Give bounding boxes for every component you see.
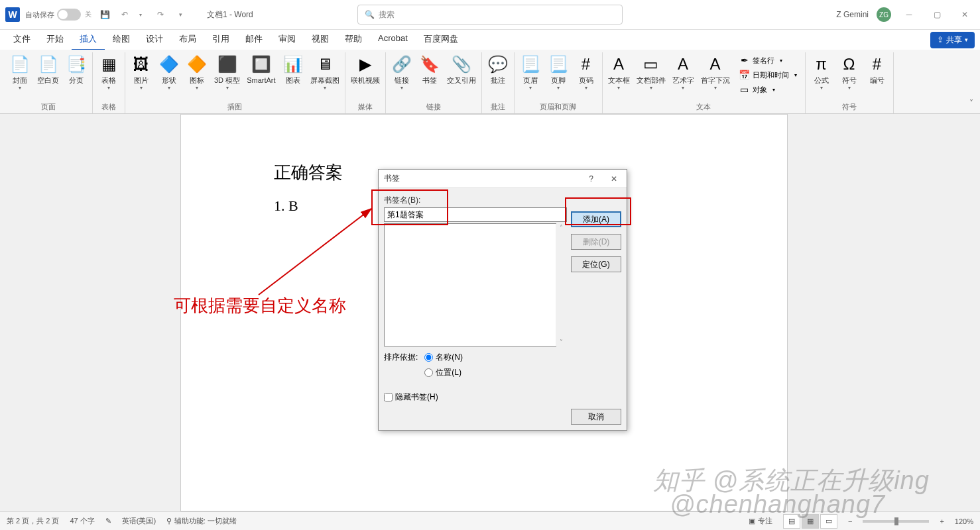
ribbon-公式-button[interactable]: π公式▾ [808,52,835,92]
ribbon-collapse-icon[interactable]: ˅ [969,99,973,108]
ribbon-页码-button[interactable]: #页码▾ [573,52,599,92]
annotation-text: 可根据需要自定义名称 [174,294,346,317]
ribbon-书签-button[interactable]: 🔖书签 [416,52,443,86]
cancel-button[interactable]: 取消 [571,409,621,425]
ribbon-页眉-button[interactable]: 📃页眉▾ [517,52,544,92]
tab-文件[interactable]: 文件 [5,29,38,51]
ribbon-日期和时间-button[interactable]: 📅日期和时间▾ [737,68,800,81]
tab-邮件[interactable]: 邮件 [237,29,271,51]
ribbon-符号-button[interactable]: Ω符号▾ [836,52,863,92]
ribbon-图片-button[interactable]: 🖼图片▾ [128,52,154,92]
focus-mode-button[interactable]: ▣ 专注 [749,516,772,526]
bookmark-name-input[interactable] [384,207,567,222]
web-layout-button[interactable]: ▭ [820,514,837,529]
ribbon-表格-button[interactable]: ▦表格▾ [95,52,122,92]
ribbon-3D 模型-button[interactable]: ⬛3D 模型▾ [212,52,243,92]
ribbon-艺术字-button[interactable]: A艺术字▾ [670,52,697,92]
zoom-level[interactable]: 120% [955,517,973,525]
ribbon-封面-button[interactable]: 📄封面▾ [7,52,33,92]
chevron-down-icon: ▾ [794,72,797,78]
tab-绘图[interactable]: 绘图 [105,29,138,51]
scroll-down-icon[interactable]: ˅ [560,339,563,346]
listbox-scrollbar[interactable]: ˄ ˅ [556,224,566,346]
空白页-icon: 📄 [38,54,59,75]
read-mode-button[interactable]: ▤ [783,514,800,529]
hidden-bookmarks-checkbox[interactable]: 隐藏书签(H) [384,392,621,403]
qat-customize-icon[interactable]: ▾ [174,8,187,21]
zoom-out-button[interactable]: − [848,517,852,525]
tab-开始[interactable]: 开始 [38,29,72,51]
ribbon-文档部件-button[interactable]: ▭文档部件▾ [634,52,668,92]
close-button[interactable]: ✕ [955,5,975,25]
tab-引用[interactable]: 引用 [204,29,237,51]
ribbon-group-插图: 🖼图片▾🔷形状▾🔶图标▾⬛3D 模型▾🔲SmartArt📊图表🖥屏幕截图▾插图 [125,52,345,113]
ribbon-空白页-button[interactable]: 📄空白页 [34,52,62,86]
dialog-close-button[interactable]: ✕ [607,173,621,185]
sort-location-radio[interactable]: 位置(L) [424,367,463,378]
ribbon-编号-button[interactable]: #编号 [864,52,890,86]
ribbon-链接-button[interactable]: 🔗链接▾ [389,52,415,92]
ribbon-对象-button[interactable]: ▭对象▾ [737,83,800,96]
minimize-button[interactable]: ─ [899,5,919,25]
sort-location-radio-input[interactable] [424,368,433,377]
ribbon-SmartArt-button[interactable]: 🔲SmartArt [244,52,278,86]
tab-帮助[interactable]: 帮助 [337,29,370,51]
ribbon-group-label: 页面 [7,101,90,113]
tab-审阅[interactable]: 审阅 [271,29,304,51]
undo-caret-icon[interactable]: ▾ [134,8,147,21]
undo-icon[interactable]: ↶ [118,8,131,21]
word-count[interactable]: 47 个字 [70,516,94,526]
ribbon-group-label: 文本 [605,101,802,113]
ribbon-图表-button[interactable]: 📊图表 [280,52,306,86]
ribbon-签名行-button[interactable]: ✒签名行▾ [737,54,800,67]
dialog-help-button[interactable]: ? [585,173,597,185]
chevron-down-icon: ▾ [772,87,775,93]
scroll-up-icon[interactable]: ˄ [560,224,563,231]
dialog-titlebar[interactable]: 书签 ? ✕ [379,170,627,188]
ribbon-页脚-button[interactable]: 📃页脚▾ [545,52,572,92]
ribbon-首字下沉-button[interactable]: A首字下沉▾ [698,52,733,92]
ribbon-屏幕截图-button[interactable]: 🖥屏幕截图▾ [308,52,342,92]
tab-Acrobat[interactable]: Acrobat [370,29,416,51]
zoom-in-button[interactable]: + [940,517,944,525]
ribbon-文本框-button[interactable]: A文本框▾ [605,52,633,92]
zoom-slider[interactable] [863,520,929,523]
restore-button[interactable]: ▢ [927,5,947,25]
sort-name-radio[interactable]: 名称(N) [424,352,463,363]
search-input[interactable]: 🔍 搜索 [357,5,623,25]
tab-设计[interactable]: 设计 [138,29,171,51]
ribbon: 📄封面▾📄空白页📑分页页面▦表格▾表格🖼图片▾🔷形状▾🔶图标▾⬛3D 模型▾🔲S… [0,50,980,114]
tab-视图[interactable]: 视图 [304,29,337,51]
goto-button[interactable]: 定位(G) [571,256,621,272]
language[interactable]: 英语(美国) [122,516,156,526]
ribbon-分页-button[interactable]: 📑分页 [63,52,90,86]
sort-name-radio-input[interactable] [424,353,433,362]
ribbon-形状-button[interactable]: 🔷形状▾ [156,52,182,92]
hidden-bookmarks-checkbox-input[interactable] [384,393,393,401]
tab-百度网盘[interactable]: 百度网盘 [416,29,466,51]
add-button[interactable]: 添加(A) [571,211,621,227]
ribbon-group-链接: 🔗链接▾🔖书签📎交叉引用链接 [386,52,482,113]
save-icon[interactable]: 💾 [98,8,111,21]
bookmark-listbox[interactable]: ˄ ˅ [384,223,556,346]
page-info[interactable]: 第 2 页，共 2 页 [7,516,59,526]
ribbon-联机视频-button[interactable]: ▶联机视频 [348,52,383,86]
tab-插入[interactable]: 插入 [72,29,105,51]
toggle-icon[interactable] [57,9,81,21]
avatar[interactable]: ZG [877,7,891,22]
word-app-icon: W [5,7,20,22]
titlebar-right: Z Gemini ZG ─ ▢ ✕ [836,5,975,25]
tab-布局[interactable]: 布局 [171,29,204,51]
share-button[interactable]: ⇪ 共享 ▾ [930,32,975,48]
ribbon-交叉引用-button[interactable]: 📎交叉引用 [444,52,479,86]
redo-icon[interactable]: ↷ [154,8,167,21]
proofing-icon[interactable]: ✎ [105,517,111,525]
ribbon-group-label: 插图 [128,101,342,113]
ribbon-批注-button[interactable]: 💬批注 [485,52,511,86]
accessibility-status[interactable]: ⚲ 辅助功能: 一切就绪 [166,516,237,526]
autosave-toggle[interactable]: 自动保存 关 [25,9,92,21]
chevron-down-icon: ▾ [682,85,684,91]
ribbon-图标-button[interactable]: 🔶图标▾ [184,52,210,92]
页眉-icon: 📃 [520,54,541,75]
print-layout-button[interactable]: ▦ [802,514,819,529]
